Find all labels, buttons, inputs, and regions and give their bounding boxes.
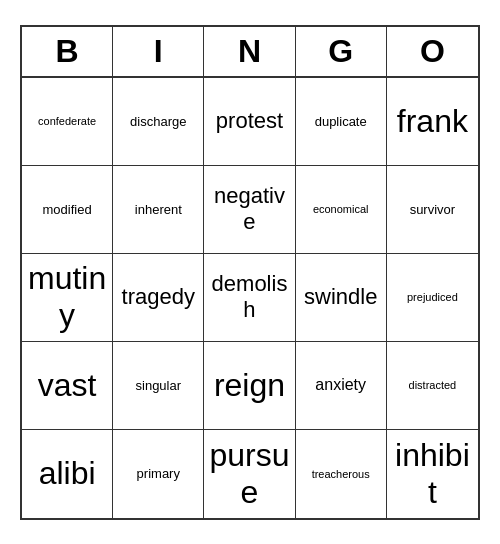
cell-r4-c3: treacherous	[296, 430, 387, 518]
cell-r3-c2: reign	[204, 342, 295, 430]
cell-r1-c0: modified	[22, 166, 113, 254]
cell-r2-c3: swindle	[296, 254, 387, 342]
cell-r4-c0: alibi	[22, 430, 113, 518]
header-letter: N	[204, 27, 295, 76]
cell-r4-c1: primary	[113, 430, 204, 518]
cell-r4-c2: pursue	[204, 430, 295, 518]
header-letter: O	[387, 27, 478, 76]
cell-r2-c1: tragedy	[113, 254, 204, 342]
cell-r0-c3: duplicate	[296, 78, 387, 166]
cell-r2-c4: prejudiced	[387, 254, 478, 342]
cell-r1-c1: inherent	[113, 166, 204, 254]
cell-r0-c2: protest	[204, 78, 295, 166]
cell-r3-c0: vast	[22, 342, 113, 430]
cell-r3-c4: distracted	[387, 342, 478, 430]
cell-r1-c4: survivor	[387, 166, 478, 254]
cell-r0-c4: frank	[387, 78, 478, 166]
cell-r1-c3: economical	[296, 166, 387, 254]
cell-r1-c2: negative	[204, 166, 295, 254]
cell-r4-c4: inhibit	[387, 430, 478, 518]
cell-r2-c2: demolish	[204, 254, 295, 342]
bingo-card: BINGO confederatedischargeprotestduplica…	[20, 25, 480, 520]
cell-r3-c1: singular	[113, 342, 204, 430]
header-letter: I	[113, 27, 204, 76]
bingo-grid: confederatedischargeprotestduplicatefran…	[22, 78, 478, 518]
cell-r0-c0: confederate	[22, 78, 113, 166]
header-letter: B	[22, 27, 113, 76]
cell-r3-c3: anxiety	[296, 342, 387, 430]
cell-r2-c0: mutiny	[22, 254, 113, 342]
cell-r0-c1: discharge	[113, 78, 204, 166]
header-letter: G	[296, 27, 387, 76]
bingo-header: BINGO	[22, 27, 478, 78]
